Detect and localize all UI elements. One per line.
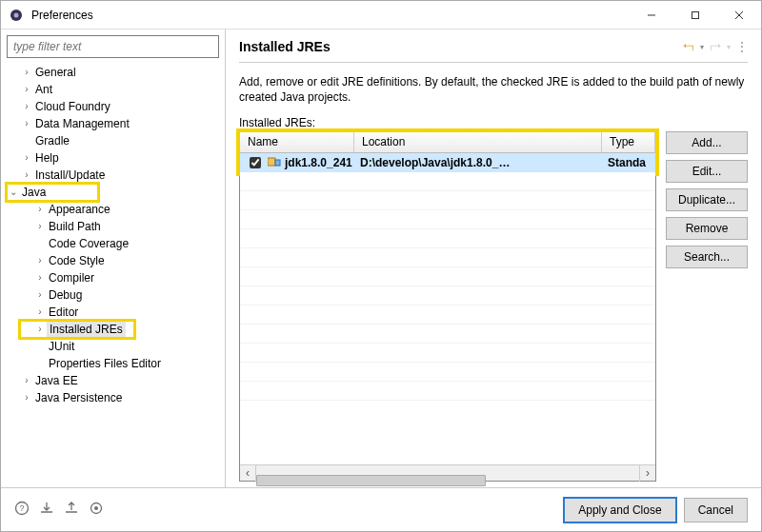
tree-item-code-coverage[interactable]: Code Coverage bbox=[7, 235, 225, 252]
chevron-right-icon: › bbox=[33, 254, 47, 267]
tree-item-appearance[interactable]: ›Appearance bbox=[7, 201, 225, 218]
scroll-thumb[interactable] bbox=[256, 475, 486, 486]
blank-icon bbox=[33, 357, 47, 370]
remove-button[interactable]: Remove bbox=[666, 217, 748, 240]
chevron-right-icon: › bbox=[33, 271, 47, 285]
chevron-right-icon: › bbox=[33, 220, 47, 233]
column-name[interactable]: Name bbox=[240, 132, 354, 152]
tree-item-help[interactable]: ›Help bbox=[7, 149, 225, 167]
search-button[interactable]: Search... bbox=[666, 246, 748, 268]
jre-name: jdk1.8.0_241… bbox=[285, 156, 354, 169]
svg-rect-6 bbox=[268, 158, 275, 166]
table-row[interactable]: jdk1.8.0_241… D:\develop\Java\jdk1.8.0_…… bbox=[240, 153, 655, 172]
svg-point-11 bbox=[94, 506, 98, 510]
chevron-right-icon: › bbox=[20, 391, 33, 404]
footer: ? Apply and Close Cancel bbox=[1, 487, 761, 531]
chevron-right-icon: › bbox=[20, 151, 33, 165]
tree-item-java[interactable]: ⌄Java bbox=[7, 184, 98, 201]
table-label: Installed JREs: bbox=[239, 116, 748, 129]
chevron-right-icon: › bbox=[33, 203, 47, 216]
maximize-button[interactable] bbox=[673, 1, 717, 30]
filter-input[interactable] bbox=[7, 35, 219, 58]
tree-item-code-style[interactable]: ›Code Style bbox=[7, 252, 225, 269]
tree-item-data-management[interactable]: ›Data Management bbox=[7, 115, 225, 132]
chevron-right-icon: › bbox=[20, 83, 33, 96]
scroll-right-icon[interactable]: › bbox=[639, 465, 655, 482]
sidebar: ›General ›Ant ›Cloud Foundry ›Data Manag… bbox=[1, 30, 226, 487]
column-type[interactable]: Type bbox=[602, 132, 655, 152]
chevron-right-icon: › bbox=[20, 117, 33, 130]
tree-item-build-path[interactable]: ›Build Path bbox=[7, 218, 225, 235]
forward-dropdown-icon[interactable]: ▾ bbox=[727, 43, 731, 51]
tree-item-editor[interactable]: ›Editor bbox=[7, 304, 225, 321]
page-description: Add, remove or edit JRE definitions. By … bbox=[239, 74, 748, 105]
preferences-window: Preferences ›General ›Ant ›Cloud Foundry… bbox=[0, 0, 762, 532]
minimize-button[interactable] bbox=[630, 1, 673, 30]
main-panel: Installed JREs ⮢ ▾ ⮣ ▾ ⋮ Add, remove or … bbox=[226, 30, 761, 487]
back-icon[interactable]: ⮢ bbox=[683, 40, 694, 53]
chevron-down-icon: ⌄ bbox=[7, 186, 20, 199]
jre-default-checkbox[interactable] bbox=[250, 157, 261, 168]
export-icon[interactable] bbox=[64, 501, 79, 519]
apply-close-button[interactable]: Apply and Close bbox=[564, 498, 675, 522]
jre-type: Standa bbox=[602, 154, 655, 171]
tree-item-general[interactable]: ›General bbox=[7, 64, 225, 81]
svg-text:?: ? bbox=[19, 503, 24, 513]
menu-icon[interactable]: ⋮ bbox=[736, 40, 748, 53]
table-header: Name Location Type bbox=[240, 132, 655, 153]
tree-item-java-persistence[interactable]: ›Java Persistence bbox=[7, 389, 225, 406]
import-icon[interactable] bbox=[39, 501, 54, 519]
side-buttons: Add... Edit... Duplicate... Remove Searc… bbox=[666, 131, 748, 482]
svg-point-1 bbox=[14, 12, 19, 17]
window-title: Preferences bbox=[31, 9, 93, 22]
svg-rect-7 bbox=[275, 160, 280, 166]
chevron-right-icon: › bbox=[20, 100, 33, 113]
titlebar: Preferences bbox=[1, 1, 761, 30]
tree-item-compiler[interactable]: ›Compiler bbox=[7, 269, 225, 286]
tree-item-cloud-foundry[interactable]: ›Cloud Foundry bbox=[7, 98, 225, 115]
app-icon bbox=[9, 8, 24, 23]
edit-button[interactable]: Edit... bbox=[666, 160, 748, 183]
tree-item-gradle[interactable]: Gradle bbox=[7, 132, 225, 149]
tree-item-properties-files-editor[interactable]: Properties Files Editor bbox=[7, 355, 225, 372]
forward-icon[interactable]: ⮣ bbox=[710, 40, 721, 53]
tree-item-ant[interactable]: ›Ant bbox=[7, 81, 225, 98]
duplicate-button[interactable]: Duplicate... bbox=[666, 188, 748, 211]
tree-item-junit[interactable]: JUnit bbox=[7, 338, 225, 355]
blank-icon bbox=[33, 340, 47, 353]
svg-rect-3 bbox=[692, 11, 699, 18]
jre-table[interactable]: Name Location Type jdk1.8.0_241… bbox=[239, 131, 656, 482]
jre-location: D:\develop\Java\jdk1.8.0_… bbox=[354, 154, 602, 171]
chevron-right-icon: › bbox=[33, 323, 47, 336]
blank-icon bbox=[33, 237, 47, 250]
tree-item-java-ee[interactable]: ›Java EE bbox=[7, 372, 225, 389]
add-button[interactable]: Add... bbox=[666, 131, 748, 154]
column-location[interactable]: Location bbox=[354, 132, 602, 152]
tree-item-installed-jres[interactable]: ›Installed JREs bbox=[20, 321, 134, 338]
chevron-right-icon: › bbox=[20, 374, 33, 387]
chevron-right-icon: › bbox=[20, 168, 33, 182]
history-dropdown-icon[interactable]: ▾ bbox=[700, 43, 704, 51]
help-icon[interactable]: ? bbox=[14, 501, 30, 519]
cancel-button[interactable]: Cancel bbox=[684, 498, 748, 522]
chevron-right-icon: › bbox=[33, 288, 47, 302]
chevron-right-icon: › bbox=[33, 305, 47, 319]
blank-icon bbox=[20, 134, 33, 148]
tree-item-debug[interactable]: ›Debug bbox=[7, 286, 225, 304]
preferences-tree[interactable]: ›General ›Ant ›Cloud Foundry ›Data Manag… bbox=[1, 62, 225, 487]
oomph-icon[interactable] bbox=[89, 501, 104, 519]
jre-row-icon bbox=[268, 156, 281, 170]
tree-item-install-update[interactable]: ›Install/Update bbox=[7, 167, 225, 184]
scroll-left-icon[interactable]: ‹ bbox=[240, 465, 256, 482]
table-body bbox=[240, 172, 655, 464]
close-button[interactable] bbox=[717, 1, 761, 30]
horizontal-scrollbar[interactable]: ‹ › bbox=[240, 464, 655, 481]
page-title: Installed JREs bbox=[239, 39, 683, 54]
chevron-right-icon: › bbox=[20, 66, 33, 79]
